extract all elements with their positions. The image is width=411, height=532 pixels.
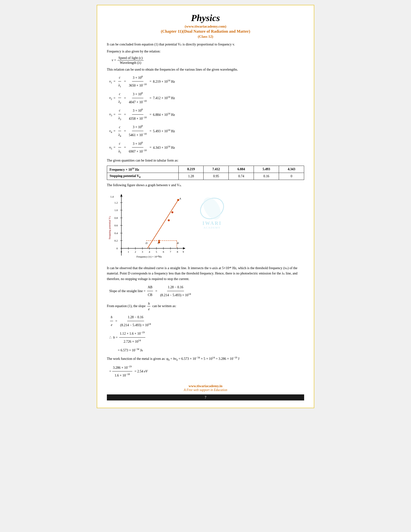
svg-text:7: 7 <box>170 250 171 253</box>
data-table: Frequency × 1014 Hz 8.219 7.412 6.884 5.… <box>107 166 304 180</box>
work-fn-ev: = 3.286 × 10−191.6 × 10−18 = 2.54 eV <box>109 364 304 379</box>
svg-text:1: 1 <box>128 250 129 253</box>
svg-text:0: 0 <box>117 247 118 250</box>
table-cell-2: 0.95 <box>204 173 229 180</box>
svg-text:C: C <box>158 242 159 245</box>
page-number: 7 <box>205 395 206 399</box>
svg-line-44 <box>148 200 178 248</box>
table-cell-3: 0.74 <box>229 173 254 180</box>
graph-svg: 0 0.2 0.4 0.6 0.8 1.0 1.2 1.4 0 1 2 <box>107 190 189 263</box>
svg-text:8: 8 <box>177 250 178 253</box>
table-header-4: 5.493 <box>254 166 279 173</box>
equation-v3: v3 = cλ3 = 3 × 1084358 × 10−10 = 6.884 ×… <box>109 107 304 122</box>
svg-point-48 <box>168 219 170 221</box>
formula-denominator: Wavelength (λ) <box>119 60 142 65</box>
svg-text:9: 9 <box>183 250 184 253</box>
footer-tagline: A Free web support in Education <box>107 388 304 392</box>
svg-text:1.0: 1.0 <box>114 209 118 212</box>
svg-point-45 <box>177 199 179 201</box>
observation-text: It can be observed that the obtained cur… <box>107 265 304 282</box>
svg-text:4: 4 <box>149 250 150 253</box>
table-cell-4: 0.16 <box>254 173 279 180</box>
svg-text:0: 0 <box>121 250 122 253</box>
relation-text: This relation can be used to obtain the … <box>107 67 304 72</box>
svg-text:1.2: 1.2 <box>114 201 118 204</box>
h-e-slope: he = 1.28 − 0.16(8.214 − 5.493) × 1014 <box>109 314 304 329</box>
frequency-formula: v = Speed of light (c) Wavelength (λ) <box>112 56 304 65</box>
intro-text: It can be concluded from equation (1) th… <box>107 42 304 47</box>
formula-numerator: Speed of light (c) <box>118 56 144 60</box>
svg-text:5: 5 <box>156 250 157 253</box>
graph-intro: The following figure shows a graph betwe… <box>107 182 304 188</box>
page: Physics (www.tiwariacademy.com) (Chapter… <box>97 5 314 408</box>
svg-text:0.8: 0.8 <box>114 216 118 219</box>
from-eq-text: From equation (1), the slope h e can be … <box>107 301 304 312</box>
svg-text:D: D <box>145 242 148 245</box>
page-number-bar: 7 <box>107 394 304 400</box>
table-header-1: 8.219 <box>178 166 204 173</box>
svg-marker-1 <box>120 194 122 196</box>
freq-relation-text: Frequency is also given by the relation: <box>107 49 304 54</box>
svg-point-47 <box>171 211 173 213</box>
page-title: Physics <box>107 13 304 23</box>
equation-v1: v1 = cλ1 = 3 × 1083650 × 10−10 = 8.219 ×… <box>109 74 304 89</box>
svg-text:1.4: 1.4 <box>110 195 114 198</box>
svg-text:0.6: 0.6 <box>114 224 118 227</box>
header-class: (Class 12) <box>107 34 304 39</box>
svg-text:3: 3 <box>142 250 143 253</box>
svg-text:A: A <box>179 197 181 200</box>
footer-url: www.tiwariacademy.in <box>107 384 304 388</box>
equation-v5: v5 = cλ5 = 3 × 1086907 × 10−10 = 4.343 ×… <box>109 140 304 155</box>
svg-text:0.4: 0.4 <box>114 232 118 235</box>
svg-text:0.2: 0.2 <box>114 239 118 242</box>
svg-point-52 <box>158 240 160 241</box>
equation-v4: v4 = cλ4 = 3 × 1085461 × 10−10 = 5.493 ×… <box>109 123 304 139</box>
footer: www.tiwariacademy.in A Free web support … <box>107 384 304 392</box>
svg-text:2: 2 <box>135 250 136 253</box>
header-url: (www.tiwariacademy.com) <box>107 24 304 28</box>
table-header-3: 6.884 <box>229 166 254 173</box>
slope-line: Slope of the straight line = ABCB = 1.28… <box>109 283 304 299</box>
svg-text:Stopping potential V₀: Stopping potential V₀ <box>108 216 111 239</box>
therefore-h: ∴ h = 1.12 × 1.6 × 10−192.726 × 1014 <box>109 330 304 345</box>
svg-text:B: B <box>177 242 179 245</box>
watermark: IWARI ACADEMY <box>196 195 228 229</box>
table-row-stopping: Stopping potential V0 <box>107 173 179 180</box>
work-fn-text: The work function of the metal is given … <box>107 356 304 362</box>
table-cell-5: 0 <box>279 173 304 180</box>
equation-v2: v2 = cλ2 = 3 × 1084047 × 10−10 = 7.412 ×… <box>109 90 304 106</box>
table-header-freq: Frequency × 1014 Hz <box>107 166 179 173</box>
svg-text:Frequency (v) × 10¹⁴Hz: Frequency (v) × 10¹⁴Hz <box>137 255 162 258</box>
h-result: = 6.573 × 10−34 Js <box>109 346 304 354</box>
svg-point-55 <box>200 195 224 222</box>
table-header-2: 7.412 <box>204 166 229 173</box>
svg-text:6: 6 <box>163 250 164 253</box>
table-cell-1: 1.28 <box>178 173 204 180</box>
graph-area: 0 0.2 0.4 0.6 0.8 1.0 1.2 1.4 0 1 2 <box>107 190 304 263</box>
table-intro: The given quantities can be listed in ta… <box>107 158 304 163</box>
header-chapter: (Chapter 11)(Dual Nature of Radiation an… <box>107 29 304 34</box>
table-header-5: 4.343 <box>279 166 304 173</box>
